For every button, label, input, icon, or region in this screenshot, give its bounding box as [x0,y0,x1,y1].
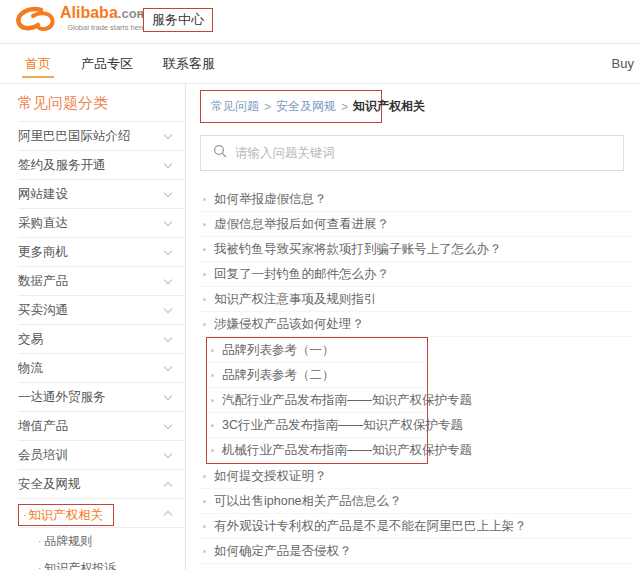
service-center-label: 服务中心 [152,11,204,29]
question-item[interactable]: 如何确定产品是否侵权？ [200,539,632,564]
question-item[interactable]: 品牌列表参考（二） [207,363,427,388]
sidebar-item-ipr-complaint[interactable]: ·知识产权投诉 [18,555,185,570]
breadcrumb-separator: > [264,100,271,114]
question-item[interactable]: 有外观设计专利权的产品是不是不能在阿里巴巴上上架？ [200,514,632,539]
sidebar-item-member-training[interactable]: 会员培训 [18,441,185,470]
nav-tab-contact-support[interactable]: 联系客服 [163,44,215,84]
brand-tagline: Global trade starts here.™ [60,24,155,32]
bullet-icon [203,198,206,201]
bullet-icon [211,374,214,377]
sidebar-item-brand-rules[interactable]: ·品牌规则 [18,528,185,555]
nav-tab-home[interactable]: 首页 [25,44,51,84]
chevron-down-icon [164,189,172,197]
question-item[interactable]: 3C行业产品发布指南——知识产权保护专题 [207,413,427,438]
question-item[interactable]: 如何举报虚假信息？ [200,187,632,212]
sidebar-item-ipr-related[interactable]: ·知识产权相关 [18,499,185,528]
question-item[interactable]: 回复了一封钓鱼的邮件怎么办？ [200,262,632,287]
bullet-icon [203,475,206,478]
bullet-icon [203,223,206,226]
ipr-annotation-box: ·知识产权相关 [18,504,114,526]
bullet-icon [203,248,206,251]
bullet-icon [211,424,214,427]
breadcrumb-link-security-rules[interactable]: 安全及网规 [276,98,336,115]
question-list: 如何举报虚假信息？ 虚假信息举报后如何查看进展？ 我被钓鱼导致买家将款项打到骗子… [200,187,632,564]
sidebar-category-list: 阿里巴巴国际站介绍 签约及服务开通 网站建设 采购直达 更多商机 数据产品 买卖… [18,121,185,499]
sidebar-item-website-building[interactable]: 网站建设 [18,180,185,209]
question-item[interactable]: 如何提交授权证明？ [200,464,632,489]
sidebar-item-security-rules[interactable]: 安全及网规 [18,470,185,499]
chevron-down-icon [164,421,172,429]
breadcrumb-separator: > [341,100,348,114]
bullet-icon [203,323,206,326]
chevron-down-icon [164,276,172,284]
sidebar-item-data-products[interactable]: 数据产品 [18,267,185,296]
alibaba-smiley-icon [14,5,56,39]
question-item[interactable]: 机械行业产品发布指南——知识产权保护专题 [207,438,427,463]
header: Alibaba.com™ Global trade starts here.™ … [0,0,640,44]
breadcrumb-current-ipr-related: 知识产权相关 [353,98,425,115]
sidebar-item-more-business[interactable]: 更多商机 [18,238,185,267]
question-item[interactable]: 品牌列表参考（一） [207,338,427,363]
content-area: 常见问题分类 阿里巴巴国际站介绍 签约及服务开通 网站建设 采购直达 更多商机 … [0,84,640,570]
sidebar-item-onetouch-service[interactable]: 一达通外贸服务 [18,383,185,412]
bullet-icon [203,273,206,276]
chevron-up-icon [164,511,172,519]
sidebar-item-transaction[interactable]: 交易 [18,325,185,354]
breadcrumb: 常见问题 > 安全及网规 > 知识产权相关 [200,90,382,123]
faq-category-sidebar: 常见问题分类 阿里巴巴国际站介绍 签约及服务开通 网站建设 采购直达 更多商机 … [0,84,186,570]
bullet-icon: · [38,536,41,547]
search-input[interactable] [235,146,623,160]
bullet-icon [211,399,214,402]
chevron-up-icon [164,482,172,490]
bullet-icon [203,298,206,301]
sidebar-item-intl-site-intro[interactable]: 阿里巴巴国际站介绍 [18,122,185,151]
chevron-down-icon [164,247,172,255]
question-item[interactable]: 知识产权注意事项及规则指引 [200,287,632,312]
sidebar-item-signup-service[interactable]: 签约及服务开通 [18,151,185,180]
sidebar-title: 常见问题分类 [18,90,185,121]
chevron-down-icon [164,305,172,313]
main-panel: 常见问题 > 安全及网规 > 知识产权相关 如何举报虚假信息？ 虚假信息举报后如… [186,84,640,570]
chevron-down-icon [164,160,172,168]
chevron-down-icon [164,392,172,400]
question-annotation-box: 品牌列表参考（一） 品牌列表参考（二） 汽配行业产品发布指南——知识产权保护专题… [206,337,428,464]
chevron-down-icon [164,218,172,226]
chevron-down-icon [164,334,172,342]
sidebar-item-purchase-direct[interactable]: 采购直达 [18,209,185,238]
question-item[interactable]: 汽配行业产品发布指南——知识产权保护专题 [207,388,427,413]
nav-buy-link[interactable]: Buy [612,56,634,71]
chevron-down-icon [164,450,172,458]
sidebar-item-trade-communication[interactable]: 买卖沟通 [18,296,185,325]
bullet-icon [211,449,214,452]
chevron-down-icon [164,131,172,139]
bullet-icon [211,349,214,352]
service-center-annotation-box: 服务中心 [143,8,213,32]
bullet-icon [203,550,206,553]
bullet-icon [203,525,206,528]
bullet-icon: · [38,563,41,570]
question-item[interactable]: 涉嫌侵权产品该如何处理？ [200,312,632,337]
question-item[interactable]: 可以出售iphone相关产品信息么？ [200,489,632,514]
chevron-down-icon [164,363,172,371]
bullet-icon [203,500,206,503]
question-item[interactable]: 我被钓鱼导致买家将款项打到骗子账号上了怎么办？ [200,237,632,262]
logo-text: Alibaba.com™ Global trade starts here.™ [60,5,155,32]
sidebar-item-value-added-products[interactable]: 增值产品 [18,412,185,441]
bullet-icon: · [23,510,26,521]
nav-tab-products[interactable]: 产品专区 [81,44,133,84]
alibaba-logo[interactable]: Alibaba.com™ Global trade starts here.™ [14,5,155,39]
sidebar-item-logistics[interactable]: 物流 [18,354,185,383]
question-item[interactable]: 虚假信息举报后如何查看进展？ [200,212,632,237]
breadcrumb-link-faq[interactable]: 常见问题 [211,98,259,115]
brand-name: Alibaba [60,4,118,21]
question-search-box [200,135,624,171]
search-icon [213,144,227,162]
top-nav: 首页 产品专区 联系客服 Buy [0,44,640,84]
service-center-page: Alibaba.com™ Global trade starts here.™ … [0,0,640,570]
